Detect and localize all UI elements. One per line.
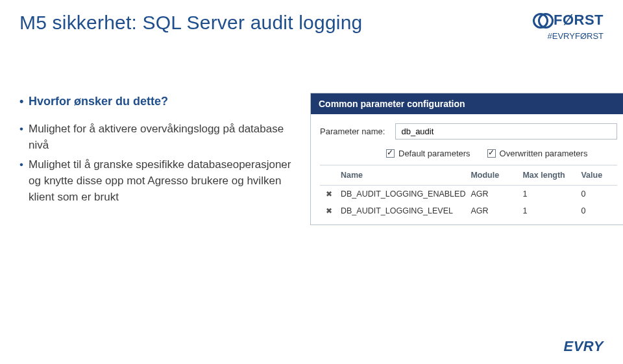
bullet-item: Mulighet til å granske spesifikke databa… <box>19 157 292 205</box>
row-name: DB_AUDIT_LOGGING_LEVEL <box>338 205 468 217</box>
overwritten-params-label: Overwritten parameters <box>500 149 588 158</box>
config-panel: Common parameter configuration Parameter… <box>310 93 623 225</box>
param-name-input[interactable] <box>395 123 617 140</box>
brand-logo-icon <box>533 12 550 29</box>
bullet-question: Hvorfor ønsker du dette? <box>19 93 292 110</box>
table-row[interactable]: ✖ DB_AUDIT_LOGGING_LEVEL AGR 1 0 <box>320 202 617 219</box>
row-tools-icon: ✖ <box>320 205 338 217</box>
row-tools-icon: ✖ <box>320 188 338 200</box>
default-params-label: Default parameters <box>398 149 470 158</box>
wrench-icon: ✖ <box>326 189 332 199</box>
row-maxlen: 1 <box>520 188 578 200</box>
col-maxlen: Max length <box>520 169 578 181</box>
row-maxlen: 1 <box>520 205 578 217</box>
col-value: Value <box>578 169 617 181</box>
brand-hashtag: #EVRYFØRST <box>533 31 604 41</box>
checkbox-icon <box>386 149 395 158</box>
row-module: AGR <box>468 205 520 217</box>
checkbox-icon <box>487 149 496 158</box>
row-value: 0 <box>578 205 617 217</box>
col-module: Module <box>468 169 520 181</box>
param-name-label: Parameter name: <box>320 127 385 136</box>
params-table: Name Module Max length Value ✖ DB_AUDIT_… <box>320 165 617 219</box>
page-title: M5 sikkerhet: SQL Server audit logging <box>19 12 362 34</box>
brand-logo: FØRST <box>533 12 604 29</box>
table-header: Name Module Max length Value <box>320 165 617 186</box>
footer-logo: EVRY <box>563 338 604 355</box>
overwritten-params-checkbox[interactable]: Overwritten parameters <box>487 149 588 158</box>
default-params-checkbox[interactable]: Default parameters <box>386 149 470 158</box>
bullet-item: Mulighet for å aktivere overvåkingslogg … <box>19 121 292 153</box>
row-module: AGR <box>468 188 520 200</box>
brand-logo-text: FØRST <box>554 12 604 29</box>
row-name: DB_AUDIT_LOGGING_ENABLED <box>338 188 468 200</box>
table-row[interactable]: ✖ DB_AUDIT_LOGGING_ENABLED AGR 1 0 <box>320 186 617 202</box>
bullet-list: Hvorfor ønsker du dette? Mulighet for å … <box>19 93 292 209</box>
brand-block: FØRST #EVRYFØRST <box>533 12 604 41</box>
row-value: 0 <box>578 188 617 200</box>
col-name: Name <box>338 169 468 181</box>
wrench-icon: ✖ <box>326 206 332 215</box>
panel-title: Common parameter configuration <box>311 93 623 114</box>
